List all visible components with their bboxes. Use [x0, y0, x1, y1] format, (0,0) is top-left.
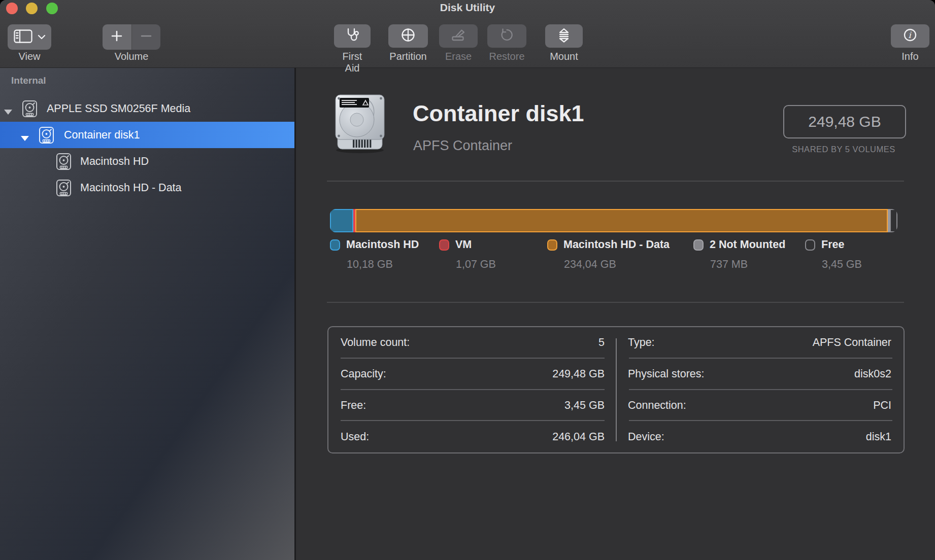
sidebar-item-label: Container disk1 — [64, 129, 140, 142]
legend-swatch — [439, 239, 449, 251]
stethoscope-icon — [344, 27, 360, 45]
legend-label: Macintosh HD — [346, 238, 419, 251]
legend-swatch — [693, 239, 704, 251]
legend-swatch — [805, 239, 815, 251]
mount-button[interactable] — [545, 24, 583, 48]
header-divider — [327, 181, 904, 182]
detail-label: Volume count: — [341, 336, 410, 349]
sidebar-item-label: Macintosh HD — [80, 155, 149, 168]
minus-icon — [140, 30, 152, 44]
volume-label: Volume — [103, 51, 160, 62]
info-button[interactable]: i — [891, 24, 929, 48]
table-row: Volume count:5 — [328, 327, 616, 359]
view-button[interactable] — [8, 24, 51, 50]
hard-drive-icon — [330, 91, 390, 156]
disclosure-triangle-icon[interactable] — [21, 132, 29, 138]
plus-icon — [111, 30, 123, 44]
remove-volume-button[interactable] — [132, 24, 161, 50]
bar-segment-macintosh-hd-data — [355, 209, 887, 232]
detail-value: 249,48 GB — [552, 368, 605, 380]
table-row: Type:APFS Container — [617, 327, 904, 359]
detail-label: Free: — [341, 399, 366, 412]
svg-text:i: i — [908, 30, 912, 40]
table-row: Capacity:249,48 GB — [328, 359, 616, 390]
detail-label: Used: — [341, 431, 369, 443]
restore-button — [487, 24, 526, 48]
table-row: Free:3,45 GB — [328, 390, 616, 422]
chevron-down-icon — [38, 32, 46, 42]
legend-item-macintosh-hd: Macintosh HD 10,18 GB — [330, 238, 419, 271]
detail-value: disk1 — [866, 431, 891, 443]
legend-swatch — [330, 239, 340, 251]
erase-button — [439, 24, 478, 48]
first-aid-label: First Aid — [334, 51, 371, 74]
storage-usage-bar — [330, 209, 897, 232]
legend-size: 1,07 GB — [456, 258, 496, 271]
drive-icon — [39, 126, 54, 144]
detail-label: Device: — [628, 431, 664, 443]
view-label: View — [8, 51, 51, 62]
legend-label: Free — [821, 238, 844, 251]
detail-value: 246,04 GB — [552, 431, 605, 443]
legend-label: Macintosh HD - Data — [563, 238, 670, 251]
eraser-icon — [451, 28, 466, 44]
legend-item-free: Free 3,45 GB — [805, 238, 862, 271]
detail-label: Physical stores: — [628, 368, 705, 380]
info-label: Info — [891, 51, 929, 62]
partition-label: Partition — [388, 51, 428, 62]
table-row: Device:disk1 — [617, 421, 904, 452]
sidebar-item-macintosh-hd[interactable]: Macintosh HD — [0, 148, 294, 174]
details-right-column: Type:APFS Container Physical stores:disk… — [617, 327, 904, 452]
sidebar: Internal APPLE SSD SM0256F Media Contain… — [0, 68, 294, 560]
sidebar-section-internal: Internal — [11, 75, 46, 86]
legend-item-macintosh-hd-data: Macintosh HD - Data 234,04 GB — [547, 238, 670, 271]
toolbar: Disk Utility View Volume First Aid — [0, 0, 935, 68]
table-row: Physical stores:disk0s2 — [617, 359, 904, 390]
detail-value: 3,45 GB — [564, 399, 605, 412]
sidebar-view-icon — [14, 29, 32, 45]
pie-chart-icon — [400, 27, 416, 45]
disclosure-triangle-icon[interactable] — [4, 106, 12, 112]
disk-utility-window: Disk Utility View Volume First Aid — [0, 0, 935, 560]
first-aid-button[interactable] — [334, 24, 371, 48]
erase-label: Erase — [439, 51, 478, 62]
legend-size: 234,04 GB — [564, 258, 670, 271]
detail-value: disk0s2 — [854, 368, 891, 380]
add-volume-button[interactable] — [103, 24, 132, 50]
legend-size: 737 MB — [710, 258, 785, 271]
drive-icon — [56, 153, 72, 170]
legend-item-not-mounted: 2 Not Mounted 737 MB — [693, 238, 785, 271]
volume-button-group — [103, 24, 160, 50]
detail-value: 5 — [598, 336, 605, 349]
detail-label: Capacity: — [341, 368, 386, 380]
detail-value: PCI — [873, 399, 891, 412]
sidebar-divider — [294, 68, 296, 560]
restore-label: Restore — [487, 51, 526, 62]
page-title: Container disk1 — [413, 100, 584, 127]
page-subtitle: APFS Container — [413, 138, 512, 154]
legend-item-vm: VM 1,07 GB — [439, 238, 496, 271]
section-divider — [327, 302, 904, 303]
legend-size: 10,18 GB — [347, 258, 419, 271]
legend-label: VM — [455, 238, 472, 251]
legend-label: 2 Not Mounted — [710, 238, 785, 251]
sidebar-item-container-disk1[interactable]: Container disk1 — [0, 122, 294, 148]
window-title: Disk Utility — [0, 2, 935, 14]
restore-arrow-icon — [500, 28, 514, 44]
sidebar-item-apple-ssd[interactable]: APPLE SSD SM0256F Media — [0, 95, 294, 122]
bar-segment-macintosh-hd — [330, 209, 353, 232]
sidebar-item-macintosh-hd-data[interactable]: Macintosh HD - Data — [0, 174, 294, 201]
drive-icon — [56, 179, 72, 197]
shared-volumes-note: SHARED BY 5 VOLUMES — [773, 145, 914, 154]
drive-icon — [22, 100, 38, 118]
size-badge: 249,48 GB — [783, 105, 906, 138]
info-icon: i — [903, 28, 917, 44]
detail-label: Type: — [628, 336, 655, 349]
detail-value: APFS Container — [813, 336, 891, 349]
partition-button[interactable] — [388, 24, 428, 48]
details-table: Volume count:5 Capacity:249,48 GB Free:3… — [327, 326, 905, 453]
detail-label: Connection: — [628, 399, 686, 412]
details-left-column: Volume count:5 Capacity:249,48 GB Free:3… — [328, 327, 616, 452]
mount-label: Mount — [545, 51, 583, 62]
table-row: Connection:PCI — [617, 390, 904, 422]
